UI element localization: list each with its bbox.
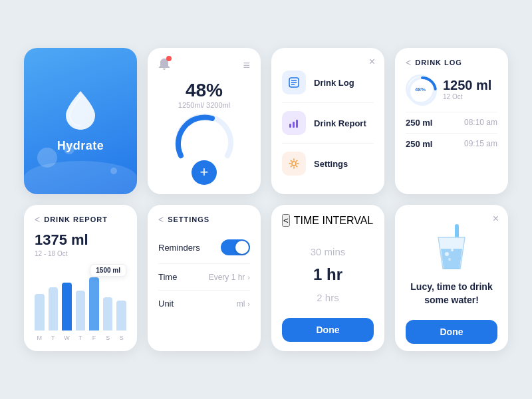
bar-S1	[103, 297, 113, 331]
bell-icon[interactable]	[158, 57, 170, 73]
settings-icon	[282, 152, 306, 176]
label-T2: T	[76, 334, 86, 341]
mini-percent: 48%	[415, 86, 426, 92]
gauge-container	[171, 116, 237, 155]
report-title: DRINK REPORT	[44, 215, 108, 223]
drink-log-icon	[282, 70, 306, 94]
label-M: M	[35, 334, 45, 341]
progress-mini-circle: 48%	[406, 74, 435, 104]
time-interval-card: < TIME INTERVAL 30 mins 1 hr 2 hrs Done	[271, 205, 384, 351]
interval-header: < TIME INTERVAL	[282, 214, 374, 227]
hydrate-card: Hydrate	[24, 48, 137, 194]
svg-rect-5	[293, 122, 295, 128]
label-W: W	[62, 334, 72, 341]
menu-item-drink-log[interactable]: Drink Log	[282, 63, 374, 103]
chart-labels: M T W T F S S	[35, 334, 126, 341]
log-total-amount: 1250 ml	[443, 78, 491, 93]
settings-row-reminders: Reminders	[158, 231, 250, 264]
menu-item-settings[interactable]: Settings	[282, 144, 374, 184]
log-summary: 48% 1250 ml 12 Oct	[406, 74, 497, 104]
bar-W	[62, 283, 72, 331]
bar-M	[35, 294, 45, 331]
progress-card: ≡ 48% 1250ml/ 3200ml +	[148, 48, 261, 194]
time-value-text: Every 1 hr	[209, 273, 245, 282]
bar-T1	[49, 287, 59, 331]
settings-title: SETTINGS	[168, 215, 209, 223]
svg-point-12	[451, 249, 454, 251]
label-F: F	[89, 334, 99, 341]
interval-back-button[interactable]: <	[282, 214, 290, 227]
report-amount: 1375 ml	[35, 231, 126, 249]
time-label: Time	[158, 272, 177, 282]
log-date: 12 Oct	[443, 93, 491, 100]
drink-log-title: DRINK LOG	[415, 59, 462, 66]
settings-row-time[interactable]: Time Every 1 hr ›	[158, 264, 250, 291]
bar-F	[89, 277, 99, 331]
unit-chevron-icon: ›	[247, 300, 250, 308]
time-value: Every 1 hr ›	[209, 273, 250, 282]
notif-done-button[interactable]: Done	[406, 320, 497, 344]
menu-icon[interactable]: ≡	[243, 59, 250, 72]
water-drop-icon	[63, 90, 98, 131]
report-back-button[interactable]: <	[35, 214, 40, 225]
bar-S2	[116, 301, 126, 331]
menu-drink-report-label: Drink Report	[314, 118, 366, 128]
back-button[interactable]: <	[406, 57, 411, 68]
progress-percent: 48%	[158, 80, 250, 101]
svg-point-7	[292, 162, 296, 166]
notification-card: × Lucy, time to drink some water! Done	[395, 205, 508, 351]
notification-message: Lucy, time to drink some water!	[406, 281, 497, 307]
unit-value: ml ›	[237, 299, 250, 309]
menu-item-drink-report[interactable]: Drink Report	[282, 103, 374, 144]
settings-back-button[interactable]: <	[158, 214, 164, 225]
label-T1: T	[49, 334, 59, 341]
log-entry-1: 250 ml 08:10 am	[406, 112, 497, 133]
svg-point-11	[445, 252, 449, 256]
drink-log-card: < DRINK LOG 48% 1250 ml 12 Oct 250 ml 08…	[395, 48, 508, 194]
menu-settings-label: Settings	[314, 159, 348, 169]
svg-point-13	[448, 258, 451, 261]
interval-done-button[interactable]: Done	[282, 318, 374, 342]
menu-card: × Drink Log	[271, 48, 384, 194]
entry-2-amount: 250 ml	[406, 139, 432, 149]
interval-title: TIME INTERVAL	[294, 215, 373, 227]
drink-report-icon	[282, 111, 306, 135]
unit-value-text: ml	[237, 299, 245, 309]
entry-2-time: 09:15 am	[464, 139, 497, 149]
report-date: 12 - 18 Oct	[35, 250, 126, 257]
interval-2hrs[interactable]: 2 hrs	[317, 292, 338, 303]
svg-rect-4	[289, 124, 291, 128]
bar-T2	[76, 291, 86, 331]
menu-drink-log-label: Drink Log	[314, 78, 354, 88]
notification-dot	[166, 56, 172, 61]
log-entry-2: 250 ml 09:15 am	[406, 133, 497, 154]
add-water-button[interactable]: +	[192, 160, 217, 185]
bar-chart: 1500 ml	[35, 264, 126, 331]
entry-1-time: 08:10 am	[464, 118, 497, 128]
notif-close-button[interactable]: ×	[493, 213, 499, 225]
interval-30mins[interactable]: 30 mins	[311, 246, 346, 257]
settings-row-unit[interactable]: Unit ml ›	[158, 291, 250, 317]
reminders-label: Reminders	[158, 243, 200, 253]
drink-report-card: < DRINK REPORT 1375 ml 12 - 18 Oct 1500 …	[24, 205, 137, 351]
entry-1-amount: 250 ml	[406, 118, 432, 128]
interval-1hr[interactable]: 1 hr	[313, 265, 342, 284]
chart-tooltip: 1500 ml	[90, 264, 126, 277]
close-button[interactable]: ×	[369, 56, 375, 68]
label-S2: S	[116, 334, 126, 341]
settings-card: < SETTINGS Reminders Time Every 1 hr › U…	[148, 205, 261, 351]
toggle-knob	[235, 241, 249, 254]
time-chevron-icon: ›	[247, 273, 250, 281]
water-cup-illustration	[428, 221, 475, 274]
svg-rect-6	[296, 120, 298, 128]
label-S1: S	[103, 334, 113, 341]
reminders-toggle[interactable]	[221, 239, 250, 255]
unit-label: Unit	[158, 299, 174, 309]
